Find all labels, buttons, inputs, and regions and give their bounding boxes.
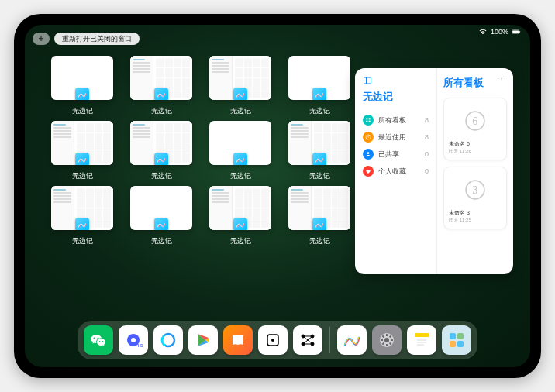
window-thumbnail [209,121,271,165]
battery-label: 100% [491,28,508,36]
dock-network-icon[interactable] [293,325,322,355]
add-window-button[interactable]: + [33,33,50,45]
sidebar-item-label: 最近使用 [378,132,406,143]
freeform-app-icon [233,153,247,165]
window-card[interactable]: 无边记 [209,186,271,246]
window-label: 无边记 [151,236,172,246]
window-card[interactable]: 无边记 [209,56,271,116]
window-label: 无边记 [230,106,251,116]
sidebar-item-count: 0 [425,167,429,175]
board-name: 未命名 3 [449,209,502,217]
sidebar-item-label: 个人收藏 [378,167,406,177]
window-card[interactable]: 无边记 [130,121,192,181]
window-thumbnail [130,121,192,165]
window-label: 无边记 [309,236,330,246]
sidebar-item-label: 所有看板 [378,115,406,126]
window-thumbnail [288,121,350,165]
sidebar-item-label: 已共享 [378,150,399,160]
svg-rect-34 [415,337,429,347]
top-controls: + 重新打开已关闭的窗口 [33,33,140,45]
window-card[interactable]: 无边记 [288,56,350,116]
window-card[interactable]: 无边记 [209,121,271,181]
sidebar-item-count: 0 [425,150,429,158]
freeform-app-icon [312,88,326,100]
svg-text:3: 3 [473,184,478,196]
freeform-sidebar-widget[interactable]: 无边记 所有看板8最近使用8已共享0个人收藏0 ··· 所有看板 6未命名 6昨… [355,68,513,274]
dock-separator [329,327,330,353]
window-thumbnail [209,186,271,230]
dock-qqbrowser-icon[interactable] [153,325,183,355]
sidebar-item-count: 8 [425,116,429,124]
window-thumbnail [51,186,113,230]
sidebar-item-grid[interactable]: 所有看板8 [363,112,429,129]
svg-rect-40 [450,341,456,347]
sidebar-item-heart[interactable]: 个人收藏0 [363,163,429,180]
freeform-app-icon [233,88,247,100]
window-card[interactable]: 无边记 [288,186,350,246]
reopen-closed-window-button[interactable]: 重新打开已关闭的窗口 [54,33,140,45]
board-name: 未命名 6 [449,140,502,148]
wifi-icon [478,29,488,35]
freeform-app-icon [154,153,168,165]
window-label: 无边记 [230,171,251,181]
board-card[interactable]: 3未命名 3昨天 11:25 [443,167,507,229]
freeform-app-icon [154,218,168,230]
window-label: 无边记 [151,106,172,116]
svg-point-10 [367,152,370,154]
board-card[interactable]: 6未命名 6昨天 11:26 [443,98,507,160]
window-label: 无边记 [309,106,330,116]
dock-settings-icon[interactable] [372,325,402,355]
dock-books-icon[interactable] [223,325,253,355]
dock-quark-icon[interactable]: HD [119,325,148,355]
window-label: 无边记 [72,171,93,181]
window-card[interactable]: 无边记 [51,121,113,181]
svg-rect-1 [512,30,519,33]
freeform-app-icon [75,88,89,100]
board-preview: 3 [449,172,502,208]
window-label: 无边记 [309,171,330,181]
svg-point-16 [131,338,136,342]
svg-rect-41 [457,341,464,347]
svg-point-21 [271,339,274,342]
dock-dice-icon[interactable] [258,325,288,355]
window-card[interactable]: 无边记 [51,56,113,116]
widget-left-pane: 无边记 所有看板8最近使用8已共享0个人收藏0 [355,68,437,274]
svg-rect-33 [415,333,429,337]
svg-rect-5 [366,118,367,119]
svg-rect-8 [369,121,371,122]
svg-text:HD: HD [138,344,143,348]
window-thumbnail [130,56,192,100]
widget-left-title: 无边记 [363,90,429,104]
freeform-app-icon [154,88,168,100]
grid-icon [363,115,374,126]
screen: 100% + 重新打开已关闭的窗口 无边记无边记无边记无边记无边记无边记无边记无… [25,25,530,367]
sidebar-item-clock[interactable]: 最近使用8 [363,129,429,146]
dock: HD [78,321,477,359]
svg-rect-7 [366,121,367,122]
dock-wechat-icon[interactable] [84,325,113,355]
window-thumbnail [209,56,271,100]
widget-right-pane: ··· 所有看板 6未命名 6昨天 11:263未命名 3昨天 11:25 [437,68,513,274]
window-thumbnail [51,56,113,100]
window-card[interactable]: 无边记 [51,186,113,246]
sidebar-item-person[interactable]: 已共享0 [363,146,429,163]
freeform-app-icon [233,218,247,230]
svg-rect-32 [386,334,388,336]
more-icon[interactable]: ··· [497,73,507,84]
window-label: 无边记 [72,236,93,246]
dock-notes-icon[interactable] [407,325,436,355]
status-bar: 100% [478,28,521,36]
svg-rect-3 [364,77,371,84]
window-card[interactable]: 无边记 [130,186,192,246]
plus-icon: + [38,33,43,44]
freeform-app-icon [75,153,89,165]
sidebar-item-count: 8 [425,133,429,141]
dock-play-icon[interactable] [188,325,218,355]
dock-freeform-icon[interactable] [337,325,367,355]
window-card[interactable]: 无边记 [130,56,192,116]
window-label: 无边记 [151,171,172,181]
window-thumbnail [130,186,192,230]
dock-widgets-icon[interactable] [442,325,471,355]
person-icon [363,149,374,160]
window-card[interactable]: 无边记 [288,121,350,181]
